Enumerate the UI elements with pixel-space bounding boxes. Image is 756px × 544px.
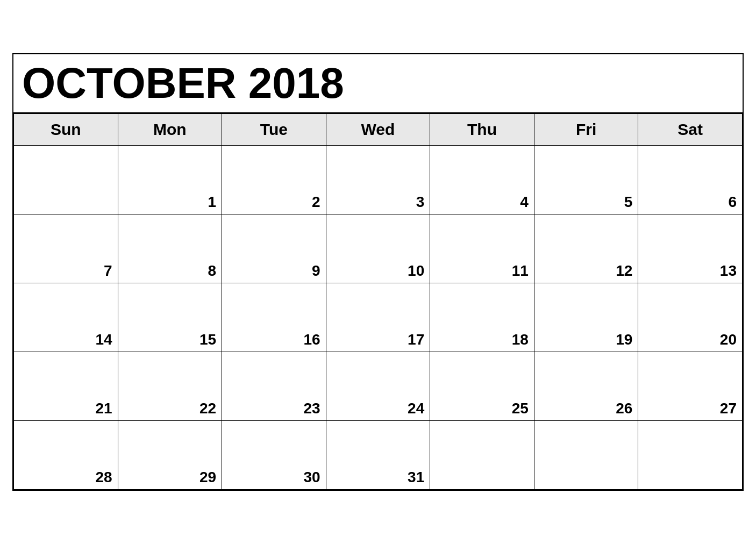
day-cell-19: 19: [534, 283, 638, 352]
day-cell-18: 18: [430, 283, 534, 352]
week-row-3: 14151617181920: [14, 283, 743, 352]
day-cell-29: 29: [118, 421, 222, 490]
empty-cell: [534, 421, 638, 490]
day-cell-1: 1: [118, 146, 222, 214]
day-header-tue: Tue: [222, 114, 326, 146]
days-header-row: SunMonTueWedThuFriSat: [14, 114, 743, 146]
day-cell-31: 31: [326, 421, 430, 490]
day-header-thu: Thu: [430, 114, 534, 146]
day-cell-6: 6: [638, 146, 743, 214]
empty-cell: [14, 146, 118, 214]
week-row-1: 123456: [14, 146, 743, 214]
day-cell-20: 20: [638, 283, 743, 352]
day-header-sat: Sat: [638, 114, 743, 146]
day-cell-4: 4: [430, 146, 534, 214]
empty-cell: [638, 421, 743, 490]
day-cell-27: 27: [638, 352, 743, 421]
day-cell-28: 28: [14, 421, 118, 490]
day-cell-14: 14: [14, 283, 118, 352]
day-cell-26: 26: [534, 352, 638, 421]
day-cell-21: 21: [14, 352, 118, 421]
calendar-title: OCTOBER 2018: [13, 54, 743, 113]
day-cell-25: 25: [430, 352, 534, 421]
calendar: OCTOBER 2018 SunMonTueWedThuFriSat 12345…: [12, 53, 744, 491]
week-row-4: 21222324252627: [14, 352, 743, 421]
empty-cell: [430, 421, 534, 490]
day-cell-17: 17: [326, 283, 430, 352]
day-cell-9: 9: [222, 214, 326, 283]
day-cell-8: 8: [118, 214, 222, 283]
day-cell-15: 15: [118, 283, 222, 352]
day-header-sun: Sun: [14, 114, 118, 146]
day-header-mon: Mon: [118, 114, 222, 146]
day-cell-5: 5: [534, 146, 638, 214]
day-cell-16: 16: [222, 283, 326, 352]
day-cell-12: 12: [534, 214, 638, 283]
week-row-2: 78910111213: [14, 214, 743, 283]
calendar-grid: SunMonTueWedThuFriSat 123456789101112131…: [13, 113, 743, 490]
day-cell-13: 13: [638, 214, 743, 283]
week-row-5: 28293031: [14, 421, 743, 490]
day-cell-22: 22: [118, 352, 222, 421]
day-cell-24: 24: [326, 352, 430, 421]
day-cell-11: 11: [430, 214, 534, 283]
day-cell-2: 2: [222, 146, 326, 214]
day-header-wed: Wed: [326, 114, 430, 146]
day-cell-23: 23: [222, 352, 326, 421]
day-cell-3: 3: [326, 146, 430, 214]
day-cell-7: 7: [14, 214, 118, 283]
day-cell-30: 30: [222, 421, 326, 490]
day-header-fri: Fri: [534, 114, 638, 146]
day-cell-10: 10: [326, 214, 430, 283]
